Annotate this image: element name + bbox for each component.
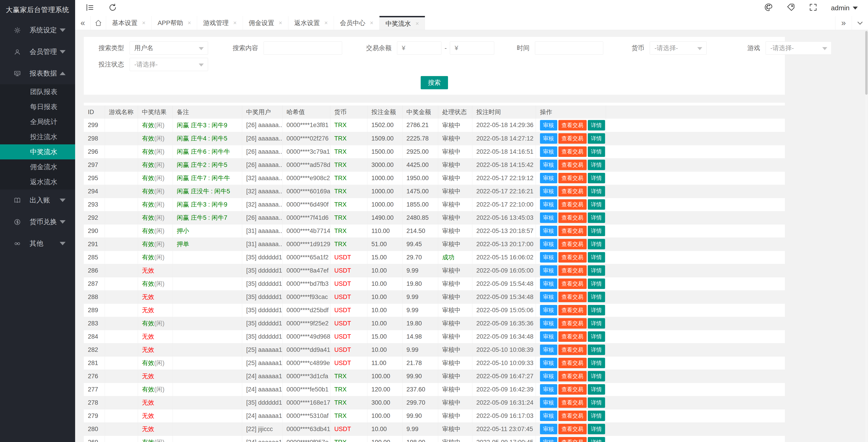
user-menu[interactable]: admin [831, 4, 858, 12]
close-icon[interactable]: × [370, 19, 373, 26]
view-trade-button[interactable]: 查看交易 [558, 278, 587, 289]
bet-status-select[interactable]: -请选择- [129, 58, 208, 71]
balance-min-input[interactable] [408, 45, 437, 52]
review-button[interactable]: 审核 [540, 252, 557, 263]
review-button[interactable]: 审核 [540, 146, 557, 157]
review-button[interactable]: 审核 [540, 371, 557, 381]
detail-button[interactable]: 详情 [588, 345, 605, 355]
detail-button[interactable]: 详情 [588, 358, 605, 368]
review-button[interactable]: 审核 [540, 212, 557, 223]
fullscreen-icon[interactable] [809, 3, 818, 13]
sidebar-subitem-投注流水[interactable]: 投注流水 [0, 129, 75, 144]
tab-游戏管理[interactable]: 游戏管理× [197, 16, 243, 30]
sidebar-item-member[interactable]: 会员管理 [0, 41, 75, 63]
review-button[interactable]: 审核 [540, 397, 557, 408]
search-type-select[interactable]: 用户名 [129, 41, 208, 55]
detail-button[interactable]: 详情 [588, 397, 605, 408]
review-button[interactable]: 审核 [540, 199, 557, 210]
sidebar-item-account[interactable]: 出入账 [0, 189, 75, 211]
detail-button[interactable]: 详情 [588, 173, 605, 183]
close-icon[interactable]: × [415, 20, 419, 27]
review-button[interactable]: 审核 [540, 331, 557, 342]
detail-button[interactable]: 详情 [588, 424, 605, 434]
view-trade-button[interactable]: 查看交易 [558, 345, 587, 355]
detail-button[interactable]: 详情 [588, 292, 605, 302]
balance-max-input[interactable] [461, 45, 490, 52]
tabs-menu-icon[interactable] [851, 16, 868, 30]
tab-会员中心[interactable]: 会员中心× [334, 16, 379, 30]
view-trade-button[interactable]: 查看交易 [558, 371, 587, 381]
review-button[interactable]: 审核 [540, 173, 557, 183]
detail-button[interactable]: 详情 [588, 318, 605, 329]
detail-button[interactable]: 详情 [588, 226, 605, 236]
review-button[interactable]: 审核 [540, 292, 557, 302]
sidebar-subitem-团队报表[interactable]: 团队报表 [0, 84, 75, 99]
detail-button[interactable]: 详情 [588, 265, 605, 276]
view-trade-button[interactable]: 查看交易 [558, 411, 587, 421]
close-icon[interactable]: × [188, 19, 191, 26]
balance-max-field[interactable]: ¥ [450, 41, 494, 55]
scrollbar-thumb[interactable] [865, 31, 868, 95]
review-button[interactable]: 审核 [540, 226, 557, 236]
view-trade-button[interactable]: 查看交易 [558, 318, 587, 329]
detail-button[interactable]: 详情 [588, 199, 605, 210]
view-trade-button[interactable]: 查看交易 [558, 252, 587, 263]
tab-佣金设置[interactable]: 佣金设置× [243, 16, 288, 30]
tab-基本设置[interactable]: 基本设置× [106, 16, 152, 30]
review-button[interactable]: 审核 [540, 133, 557, 144]
close-icon[interactable]: × [279, 19, 282, 26]
detail-button[interactable]: 详情 [588, 331, 605, 342]
review-button[interactable]: 审核 [540, 384, 557, 395]
detail-button[interactable]: 详情 [588, 411, 605, 421]
game-select[interactable]: -请选择- [766, 41, 832, 55]
close-icon[interactable]: × [324, 19, 328, 26]
view-trade-button[interactable]: 查看交易 [558, 305, 587, 315]
detail-button[interactable]: 详情 [588, 384, 605, 395]
vertical-scrollbar[interactable] [865, 31, 868, 442]
detail-button[interactable]: 详情 [588, 212, 605, 223]
review-button[interactable]: 审核 [540, 318, 557, 329]
review-button[interactable]: 审核 [540, 345, 557, 355]
detail-button[interactable]: 详情 [588, 159, 605, 170]
view-trade-button[interactable]: 查看交易 [558, 146, 587, 157]
view-trade-button[interactable]: 查看交易 [558, 358, 587, 368]
detail-button[interactable]: 详情 [588, 252, 605, 263]
view-trade-button[interactable]: 查看交易 [558, 397, 587, 408]
theme-palette-icon[interactable] [764, 3, 773, 13]
time-field[interactable] [535, 41, 603, 55]
detail-button[interactable]: 详情 [588, 239, 605, 249]
view-trade-button[interactable]: 查看交易 [558, 186, 587, 197]
detail-button[interactable]: 详情 [588, 371, 605, 381]
view-trade-button[interactable]: 查看交易 [558, 384, 587, 395]
detail-button[interactable]: 详情 [588, 305, 605, 315]
sidebar-item-other[interactable]: 其他 [0, 233, 75, 254]
view-trade-button[interactable]: 查看交易 [558, 239, 587, 249]
tab-中奖流水[interactable]: 中奖流水× [379, 16, 425, 30]
view-trade-button[interactable]: 查看交易 [558, 424, 587, 434]
search-content-field[interactable] [264, 41, 342, 55]
review-button[interactable]: 审核 [540, 305, 557, 315]
view-trade-button[interactable]: 查看交易 [558, 331, 587, 342]
view-trade-button[interactable]: 查看交易 [558, 265, 587, 276]
currency-select[interactable]: -请选择- [650, 41, 707, 55]
collapse-sidebar-icon[interactable] [85, 3, 94, 13]
detail-button[interactable]: 详情 [588, 186, 605, 197]
sidebar-subitem-返水流水[interactable]: 返水流水 [0, 174, 75, 189]
tabs-scroll-right-icon[interactable]: » [835, 16, 851, 30]
home-tab[interactable] [91, 16, 106, 30]
tab-APP帮助[interactable]: APP帮助× [152, 16, 197, 30]
view-trade-button[interactable]: 查看交易 [558, 159, 587, 170]
time-input[interactable] [540, 45, 598, 52]
view-trade-button[interactable]: 查看交易 [558, 133, 587, 144]
review-button[interactable]: 审核 [540, 424, 557, 434]
view-trade-button[interactable]: 查看交易 [558, 292, 587, 302]
tabs-scroll-left-icon[interactable]: « [75, 16, 91, 30]
review-button[interactable]: 审核 [540, 186, 557, 197]
review-button[interactable]: 审核 [540, 159, 557, 170]
tab-返水设置[interactable]: 返水设置× [288, 16, 334, 30]
sidebar-subitem-中奖流水[interactable]: 中奖流水 [0, 144, 75, 159]
sidebar-subitem-佣金流水[interactable]: 佣金流水 [0, 159, 75, 174]
detail-button[interactable]: 详情 [588, 133, 605, 144]
detail-button[interactable]: 详情 [588, 120, 605, 130]
review-button[interactable]: 审核 [540, 265, 557, 276]
